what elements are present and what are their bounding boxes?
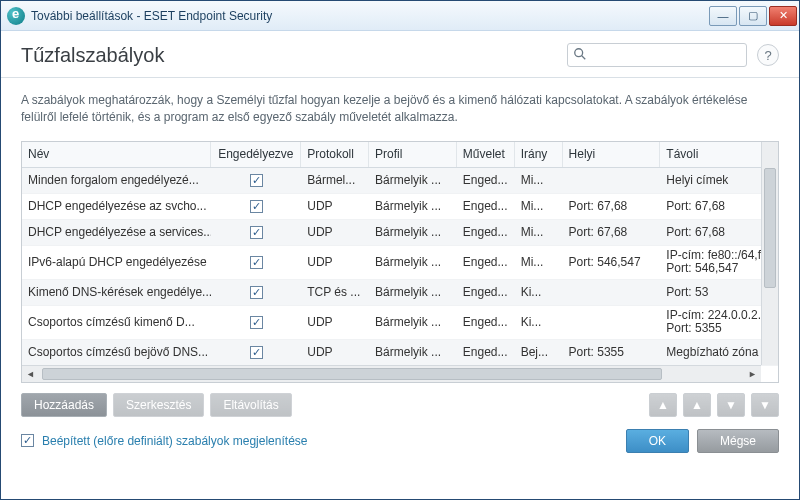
app-window: További beállítások - ESET Endpoint Secu…	[0, 0, 800, 500]
move-up-button[interactable]: ▲	[683, 393, 711, 417]
page-title: Tűzfalszabályok	[21, 44, 557, 67]
cell-action: Enged...	[457, 280, 515, 305]
move-top-button[interactable]: ▲	[649, 393, 677, 417]
cell-enabled	[211, 168, 301, 193]
cell-name: Csoportos címzésű bejövő DNS...	[22, 340, 211, 365]
cell-profile: Bármelyik ...	[369, 220, 457, 245]
cell-profile: Bármelyik ...	[369, 246, 457, 279]
search-icon	[573, 47, 587, 61]
cell-direction: Ki...	[515, 306, 563, 339]
cell-local: Port: 5355	[563, 340, 661, 365]
cell-name: DHCP engedélyezése az svcho...	[22, 194, 211, 219]
cell-local: Port: 67,68	[563, 220, 661, 245]
col-action[interactable]: Művelet	[457, 142, 515, 167]
app-icon	[7, 7, 25, 25]
table-toolbar: Hozzáadás Szerkesztés Eltávolítás ▲ ▲ ▼ …	[1, 383, 799, 423]
svg-point-0	[575, 49, 583, 57]
cell-name: Minden forgalom engedélyezé...	[22, 168, 211, 193]
cell-protocol: TCP és ...	[301, 280, 369, 305]
cell-enabled	[211, 194, 301, 219]
titlebar: További beállítások - ESET Endpoint Secu…	[1, 1, 799, 31]
table-row[interactable]: IPv6-alapú DHCP engedélyezéseUDPBármelyi…	[22, 246, 778, 280]
enabled-checkbox[interactable]	[250, 316, 263, 329]
cell-protocol: UDP	[301, 246, 369, 279]
col-name[interactable]: Név	[22, 142, 211, 167]
help-button[interactable]: ?	[757, 44, 779, 66]
col-profile[interactable]: Profil	[369, 142, 457, 167]
move-bottom-button[interactable]: ▼	[751, 393, 779, 417]
search-input[interactable]	[567, 43, 747, 67]
maximize-button[interactable]: ▢	[739, 6, 767, 26]
cell-profile: Bármelyik ...	[369, 340, 457, 365]
cancel-button[interactable]: Mégse	[697, 429, 779, 453]
cell-protocol: UDP	[301, 220, 369, 245]
page-description: A szabályok meghatározzák, hogy a Személ…	[1, 78, 799, 141]
table-row[interactable]: DHCP engedélyezése az svcho...UDPBármely…	[22, 194, 778, 220]
ok-button[interactable]: OK	[626, 429, 689, 453]
cell-local: Port: 67,68	[563, 194, 661, 219]
cell-direction: Mi...	[515, 194, 563, 219]
cell-enabled	[211, 220, 301, 245]
table-row[interactable]: Minden forgalom engedélyezé...Bármel...B…	[22, 168, 778, 194]
cell-protocol: Bármel...	[301, 168, 369, 193]
edit-button[interactable]: Szerkesztés	[113, 393, 204, 417]
cell-protocol: UDP	[301, 194, 369, 219]
dialog-footer: Beépített (előre definiált) szabályok me…	[1, 423, 799, 465]
enabled-checkbox[interactable]	[250, 346, 263, 359]
table-row[interactable]: Csoportos címzésű bejövő DNS...UDPBármel…	[22, 340, 778, 366]
svg-line-1	[582, 56, 586, 60]
cell-action: Enged...	[457, 194, 515, 219]
cell-direction: Mi...	[515, 220, 563, 245]
window-title: További beállítások - ESET Endpoint Secu…	[31, 9, 707, 23]
col-direction[interactable]: Irány	[515, 142, 563, 167]
cell-action: Enged...	[457, 340, 515, 365]
scroll-left-icon[interactable]: ◄	[23, 367, 38, 382]
page-header: Tűzfalszabályok ?	[1, 31, 799, 78]
close-button[interactable]: ✕	[769, 6, 797, 26]
remove-button[interactable]: Eltávolítás	[210, 393, 291, 417]
cell-direction: Bej...	[515, 340, 563, 365]
table-row[interactable]: Kimenő DNS-kérések engedélye...TCP és ..…	[22, 280, 778, 306]
enabled-checkbox[interactable]	[250, 200, 263, 213]
cell-action: Enged...	[457, 246, 515, 279]
cell-direction: Ki...	[515, 280, 563, 305]
enabled-checkbox[interactable]	[250, 286, 263, 299]
table-row[interactable]: Csoportos címzésű kimenő D...UDPBármelyi…	[22, 306, 778, 340]
cell-direction: Mi...	[515, 168, 563, 193]
table-row[interactable]: DHCP engedélyezése a services....UDPBárm…	[22, 220, 778, 246]
cell-local: Port: 546,547	[563, 246, 661, 279]
scroll-right-icon[interactable]: ►	[745, 367, 760, 382]
move-down-button[interactable]: ▼	[717, 393, 745, 417]
cell-action: Enged...	[457, 306, 515, 339]
cell-action: Enged...	[457, 220, 515, 245]
scroll-thumb[interactable]	[42, 368, 662, 380]
enabled-checkbox[interactable]	[250, 226, 263, 239]
col-protocol[interactable]: Protokoll	[301, 142, 369, 167]
cell-direction: Mi...	[515, 246, 563, 279]
minimize-button[interactable]: —	[709, 6, 737, 26]
enabled-checkbox[interactable]	[250, 174, 263, 187]
cell-protocol: UDP	[301, 306, 369, 339]
rules-table: Név Engedélyezve Protokoll Profil Művele…	[21, 141, 779, 383]
show-builtin-checkbox[interactable]	[21, 434, 34, 447]
cell-protocol: UDP	[301, 340, 369, 365]
scroll-thumb[interactable]	[764, 168, 776, 288]
cell-enabled	[211, 280, 301, 305]
horizontal-scrollbar[interactable]: ◄ ►	[22, 365, 761, 382]
cell-name: Kimenő DNS-kérések engedélye...	[22, 280, 211, 305]
add-button[interactable]: Hozzáadás	[21, 393, 107, 417]
col-enabled[interactable]: Engedélyezve	[211, 142, 301, 167]
table-body: Minden forgalom engedélyezé...Bármel...B…	[22, 168, 778, 383]
cell-local	[563, 168, 661, 193]
table-header: Név Engedélyezve Protokoll Profil Művele…	[22, 142, 778, 168]
cell-name: IPv6-alapú DHCP engedélyezése	[22, 246, 211, 279]
cell-profile: Bármelyik ...	[369, 194, 457, 219]
cell-enabled	[211, 340, 301, 365]
show-builtin-label: Beépített (előre definiált) szabályok me…	[42, 434, 307, 448]
cell-name: DHCP engedélyezése a services....	[22, 220, 211, 245]
enabled-checkbox[interactable]	[250, 256, 263, 269]
cell-local	[563, 280, 661, 305]
cell-profile: Bármelyik ...	[369, 280, 457, 305]
col-local[interactable]: Helyi	[563, 142, 661, 167]
vertical-scrollbar[interactable]	[761, 142, 778, 365]
